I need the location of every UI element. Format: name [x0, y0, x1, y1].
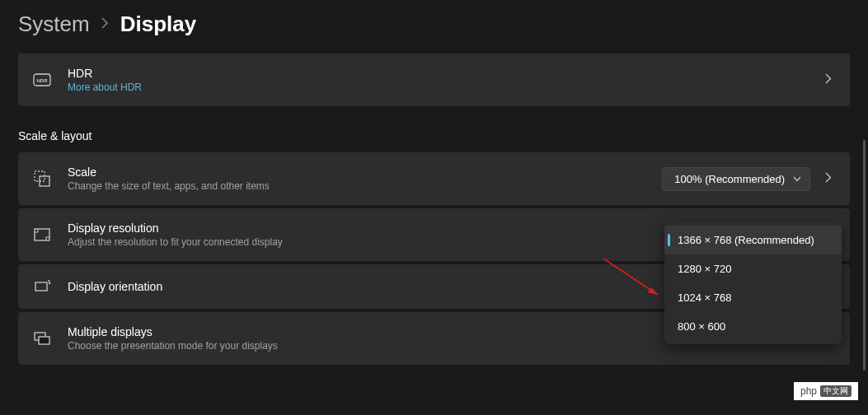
scale-row[interactable]: Scale Change the size of text, apps, and…	[18, 152, 850, 205]
resolution-dropdown-menu: 1366 × 768 (Recommended) 1280 × 720 1024…	[664, 222, 842, 344]
breadcrumb-root[interactable]: System	[18, 12, 90, 37]
watermark-badge: 中文网	[820, 385, 852, 397]
scale-layout-heading: Scale & layout	[18, 129, 850, 142]
hdr-more-link[interactable]: More about HDR	[68, 82, 805, 93]
scrollbar[interactable]	[863, 140, 866, 371]
svg-text:HDR: HDR	[37, 78, 49, 83]
chevron-right-icon	[822, 172, 835, 185]
watermark: php 中文网	[794, 382, 858, 400]
resolution-option[interactable]: 1280 × 720	[664, 254, 842, 283]
hdr-icon: HDR	[33, 71, 51, 89]
breadcrumb: System Display	[0, 0, 868, 54]
hdr-title: HDR	[68, 67, 805, 80]
multiple-displays-icon	[33, 329, 51, 347]
scale-dropdown[interactable]: 100% (Recommended)	[662, 167, 810, 191]
resolution-option[interactable]: 1366 × 768 (Recommended)	[664, 226, 842, 254]
chevron-right-icon	[822, 73, 835, 86]
resolution-icon	[33, 226, 51, 244]
breadcrumb-current: Display	[120, 12, 197, 37]
chevron-down-icon	[793, 174, 801, 184]
svg-rect-11	[39, 337, 49, 344]
svg-rect-9	[35, 282, 47, 291]
scale-icon	[33, 170, 51, 188]
scale-value: 100% (Recommended)	[674, 173, 785, 185]
resolution-option[interactable]: 1024 × 768	[664, 283, 842, 312]
resolution-option[interactable]: 800 × 600	[664, 312, 842, 341]
hdr-row[interactable]: HDR HDR More about HDR	[18, 54, 850, 106]
watermark-text: php	[800, 385, 817, 397]
chevron-right-icon	[101, 17, 109, 31]
scale-subtitle: Change the size of text, apps, and other…	[68, 180, 645, 192]
orientation-icon	[33, 277, 51, 296]
svg-rect-4	[35, 229, 49, 240]
scale-title: Scale	[68, 166, 645, 179]
